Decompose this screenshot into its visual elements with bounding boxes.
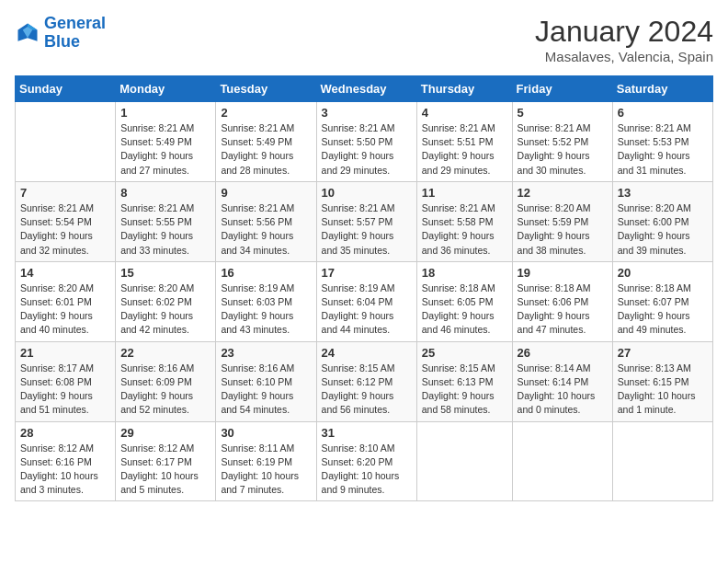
calendar-cell: 4Sunrise: 8:21 AM Sunset: 5:51 PM Daylig… [416,102,512,182]
day-info: Sunrise: 8:19 AM Sunset: 6:03 PM Dayligh… [221,282,311,338]
logo-line2: Blue [44,32,80,51]
calendar-cell: 20Sunrise: 8:18 AM Sunset: 6:07 PM Dayli… [612,261,712,341]
day-info: Sunrise: 8:18 AM Sunset: 6:07 PM Dayligh… [618,282,708,338]
day-number: 7 [20,186,110,200]
calendar-header-row: SundayMondayTuesdayWednesdayThursdayFrid… [16,76,713,102]
day-info: Sunrise: 8:11 AM Sunset: 6:19 PM Dayligh… [221,442,311,498]
day-info: Sunrise: 8:19 AM Sunset: 6:04 PM Dayligh… [322,282,412,338]
day-number: 28 [20,426,110,440]
month-title: January 2024 [535,15,713,49]
day-number: 8 [120,186,210,200]
calendar-cell: 5Sunrise: 8:21 AM Sunset: 5:52 PM Daylig… [512,102,612,182]
calendar-cell: 9Sunrise: 8:21 AM Sunset: 5:56 PM Daylig… [216,181,316,261]
calendar-week-1: 1Sunrise: 8:21 AM Sunset: 5:49 PM Daylig… [16,102,713,182]
logo: General Blue [15,15,106,52]
header-thursday: Thursday [416,76,512,102]
day-info: Sunrise: 8:20 AM Sunset: 6:01 PM Dayligh… [20,282,110,338]
calendar-cell: 11Sunrise: 8:21 AM Sunset: 5:58 PM Dayli… [416,181,512,261]
calendar-week-3: 14Sunrise: 8:20 AM Sunset: 6:01 PM Dayli… [16,261,713,341]
day-info: Sunrise: 8:20 AM Sunset: 6:02 PM Dayligh… [120,282,210,338]
day-info: Sunrise: 8:20 AM Sunset: 5:59 PM Dayligh… [518,201,608,258]
day-number: 6 [618,106,708,120]
day-number: 13 [618,186,708,200]
day-number: 20 [618,266,708,280]
calendar-week-2: 7Sunrise: 8:21 AM Sunset: 5:54 PM Daylig… [16,181,713,261]
calendar-cell: 12Sunrise: 8:20 AM Sunset: 5:59 PM Dayli… [512,181,612,261]
calendar-cell: 14Sunrise: 8:20 AM Sunset: 6:01 PM Dayli… [16,261,116,341]
calendar-cell: 24Sunrise: 8:15 AM Sunset: 6:12 PM Dayli… [316,341,416,421]
title-block: January 2024 Masalaves, Valencia, Spain [535,15,713,64]
logo-icon [15,20,40,46]
calendar-cell: 22Sunrise: 8:16 AM Sunset: 6:09 PM Dayli… [116,341,216,421]
day-number: 16 [221,266,311,280]
calendar-week-5: 28Sunrise: 8:12 AM Sunset: 6:16 PM Dayli… [16,421,713,501]
day-info: Sunrise: 8:17 AM Sunset: 6:08 PM Dayligh… [20,362,110,418]
day-number: 30 [221,426,311,440]
day-number: 9 [221,186,311,200]
day-info: Sunrise: 8:21 AM Sunset: 5:57 PM Dayligh… [322,201,412,258]
day-info: Sunrise: 8:16 AM Sunset: 6:10 PM Dayligh… [221,362,311,418]
calendar-cell: 3Sunrise: 8:21 AM Sunset: 5:50 PM Daylig… [316,102,416,182]
calendar-cell: 27Sunrise: 8:13 AM Sunset: 6:15 PM Dayli… [612,341,712,421]
day-number: 24 [322,346,412,360]
day-number: 21 [20,346,110,360]
day-info: Sunrise: 8:21 AM Sunset: 5:54 PM Dayligh… [20,201,110,258]
day-info: Sunrise: 8:13 AM Sunset: 6:15 PM Dayligh… [618,362,708,418]
header-wednesday: Wednesday [316,76,416,102]
day-number: 15 [120,266,210,280]
day-number: 26 [518,346,608,360]
day-number: 19 [518,266,608,280]
day-info: Sunrise: 8:21 AM Sunset: 5:55 PM Dayligh… [120,201,210,258]
day-number: 4 [422,106,507,120]
day-number: 2 [221,106,311,120]
header-saturday: Saturday [612,76,712,102]
calendar-cell: 2Sunrise: 8:21 AM Sunset: 5:49 PM Daylig… [216,102,316,182]
day-number: 3 [322,106,412,120]
calendar-table: SundayMondayTuesdayWednesdayThursdayFrid… [15,75,713,501]
calendar-cell: 6Sunrise: 8:21 AM Sunset: 5:53 PM Daylig… [612,102,712,182]
calendar-cell: 26Sunrise: 8:14 AM Sunset: 6:14 PM Dayli… [512,341,612,421]
calendar-cell: 29Sunrise: 8:12 AM Sunset: 6:17 PM Dayli… [116,421,216,501]
calendar-cell [16,102,116,182]
header-tuesday: Tuesday [216,76,316,102]
day-info: Sunrise: 8:15 AM Sunset: 6:12 PM Dayligh… [322,362,412,418]
day-info: Sunrise: 8:10 AM Sunset: 6:20 PM Dayligh… [322,442,412,498]
day-number: 11 [422,186,507,200]
day-info: Sunrise: 8:21 AM Sunset: 5:53 PM Dayligh… [618,121,708,178]
logo-line1: General [44,14,106,32]
day-info: Sunrise: 8:21 AM Sunset: 5:49 PM Dayligh… [221,121,311,178]
day-info: Sunrise: 8:16 AM Sunset: 6:09 PM Dayligh… [120,362,210,418]
day-info: Sunrise: 8:12 AM Sunset: 6:16 PM Dayligh… [20,442,110,498]
day-info: Sunrise: 8:21 AM Sunset: 5:49 PM Dayligh… [120,121,210,178]
day-info: Sunrise: 8:21 AM Sunset: 5:51 PM Dayligh… [422,121,507,178]
calendar-cell: 17Sunrise: 8:19 AM Sunset: 6:04 PM Dayli… [316,261,416,341]
page-header: General Blue January 2024 Masalaves, Val… [15,15,713,64]
day-number: 25 [422,346,507,360]
day-info: Sunrise: 8:14 AM Sunset: 6:14 PM Dayligh… [518,362,608,418]
calendar-cell: 1Sunrise: 8:21 AM Sunset: 5:49 PM Daylig… [116,102,216,182]
day-info: Sunrise: 8:15 AM Sunset: 6:13 PM Dayligh… [422,362,507,418]
calendar-cell: 19Sunrise: 8:18 AM Sunset: 6:06 PM Dayli… [512,261,612,341]
day-number: 1 [120,106,210,120]
day-number: 18 [422,266,507,280]
day-info: Sunrise: 8:18 AM Sunset: 6:05 PM Dayligh… [422,282,507,338]
day-number: 17 [322,266,412,280]
header-sunday: Sunday [16,76,116,102]
calendar-cell: 8Sunrise: 8:21 AM Sunset: 5:55 PM Daylig… [116,181,216,261]
day-number: 31 [322,426,412,440]
day-number: 29 [120,426,210,440]
calendar-cell: 13Sunrise: 8:20 AM Sunset: 6:00 PM Dayli… [612,181,712,261]
calendar-cell: 31Sunrise: 8:10 AM Sunset: 6:20 PM Dayli… [316,421,416,501]
location-subtitle: Masalaves, Valencia, Spain [535,49,713,64]
day-info: Sunrise: 8:21 AM Sunset: 5:52 PM Dayligh… [518,121,608,178]
day-info: Sunrise: 8:21 AM Sunset: 5:50 PM Dayligh… [322,121,412,178]
header-friday: Friday [512,76,612,102]
calendar-cell [612,421,712,501]
header-monday: Monday [116,76,216,102]
calendar-week-4: 21Sunrise: 8:17 AM Sunset: 6:08 PM Dayli… [16,341,713,421]
day-info: Sunrise: 8:20 AM Sunset: 6:00 PM Dayligh… [618,201,708,258]
day-number: 5 [518,106,608,120]
calendar-cell: 10Sunrise: 8:21 AM Sunset: 5:57 PM Dayli… [316,181,416,261]
day-info: Sunrise: 8:21 AM Sunset: 5:56 PM Dayligh… [221,201,311,258]
day-info: Sunrise: 8:18 AM Sunset: 6:06 PM Dayligh… [518,282,608,338]
